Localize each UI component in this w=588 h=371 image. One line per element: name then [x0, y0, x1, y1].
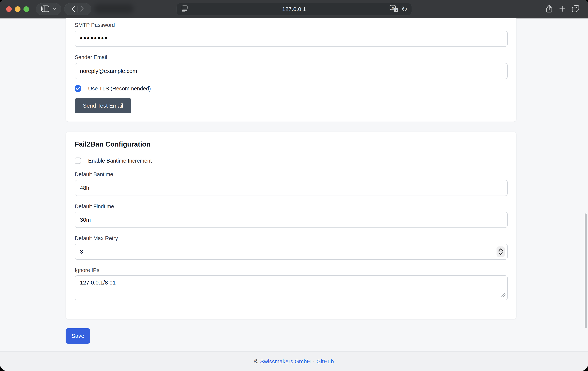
history-nav-group	[64, 3, 91, 15]
svg-text:A: A	[392, 6, 394, 10]
smtp-settings-card: SMTP Password •••••••• Sender Email nore…	[66, 18, 516, 122]
share-button[interactable]	[545, 4, 553, 14]
stepper-up-icon	[499, 249, 503, 251]
browser-toolbar: 127.0.0.1 A ★ ↻	[0, 0, 588, 19]
enable-bantime-increment-checkbox[interactable]	[75, 158, 81, 164]
resize-handle-icon[interactable]	[501, 292, 506, 298]
default-bantime-input[interactable]: 48h	[75, 180, 508, 196]
forward-button[interactable]	[80, 6, 84, 13]
github-link[interactable]: GitHub	[316, 358, 334, 365]
sender-email-label: Sender Email	[75, 54, 107, 60]
sender-email-input[interactable]: noreply@example.com	[75, 63, 508, 79]
new-tab-button[interactable]	[559, 5, 566, 13]
back-button[interactable]	[71, 6, 75, 13]
stepper-down-icon	[499, 252, 503, 255]
number-stepper[interactable]	[496, 246, 505, 257]
fail2ban-config-card: Fail2Ban Configuration Enable Bantime In…	[66, 132, 516, 319]
bantime-increment-row: Enable Bantime Increment	[75, 158, 152, 164]
tab-overview-button[interactable]	[571, 5, 580, 14]
ignore-ips-textarea[interactable]: 127.0.0.1/8 ::1	[75, 275, 508, 300]
default-findtime-label: Default Findtime	[75, 203, 114, 209]
address-bar[interactable]: 127.0.0.1 A ★ ↻	[177, 3, 412, 15]
smtp-password-input[interactable]: ••••••••	[75, 31, 508, 47]
send-test-email-button[interactable]: Send Test Email	[75, 98, 131, 113]
save-button[interactable]: Save	[66, 328, 90, 344]
sidebar-toggle-button[interactable]	[36, 3, 61, 15]
copyright-symbol: ©	[254, 358, 258, 365]
reload-icon[interactable]: ↻	[401, 5, 408, 13]
translate-icon[interactable]: A ★	[389, 5, 399, 13]
use-tls-label: Use TLS (Recommended)	[88, 86, 151, 92]
enable-bantime-increment-label: Enable Bantime Increment	[88, 158, 152, 164]
ignore-ips-label: Ignore IPs	[75, 267, 99, 273]
minimize-window-button[interactable]	[15, 6, 21, 12]
zoom-window-button[interactable]	[23, 6, 29, 12]
page-footer: © Swissmakers GmbH - GitHub	[0, 351, 588, 371]
blurred-window-title	[94, 4, 134, 13]
scrollbar-thumb[interactable]	[585, 213, 587, 328]
default-max-retry-input[interactable]: 3	[75, 244, 508, 260]
smtp-password-label: SMTP Password	[75, 22, 115, 28]
company-link[interactable]: Swissmakers GmbH	[260, 358, 311, 365]
close-window-button[interactable]	[6, 6, 12, 12]
browser-window: 127.0.0.1 A ★ ↻	[0, 0, 588, 371]
chevron-down-icon	[52, 8, 56, 11]
svg-text:★: ★	[395, 8, 397, 12]
use-tls-row: Use TLS (Recommended)	[75, 85, 151, 92]
url-text[interactable]: 127.0.0.1	[177, 3, 411, 15]
footer-separator: -	[313, 358, 315, 365]
use-tls-checkbox[interactable]	[75, 85, 81, 92]
sidebar-icon	[41, 5, 49, 13]
nav-divider	[77, 6, 78, 12]
default-max-retry-label: Default Max Retry	[75, 235, 118, 241]
default-findtime-input[interactable]: 30m	[75, 212, 508, 228]
default-bantime-label: Default Bantime	[75, 171, 113, 177]
fail2ban-heading: Fail2Ban Configuration	[75, 140, 150, 148]
